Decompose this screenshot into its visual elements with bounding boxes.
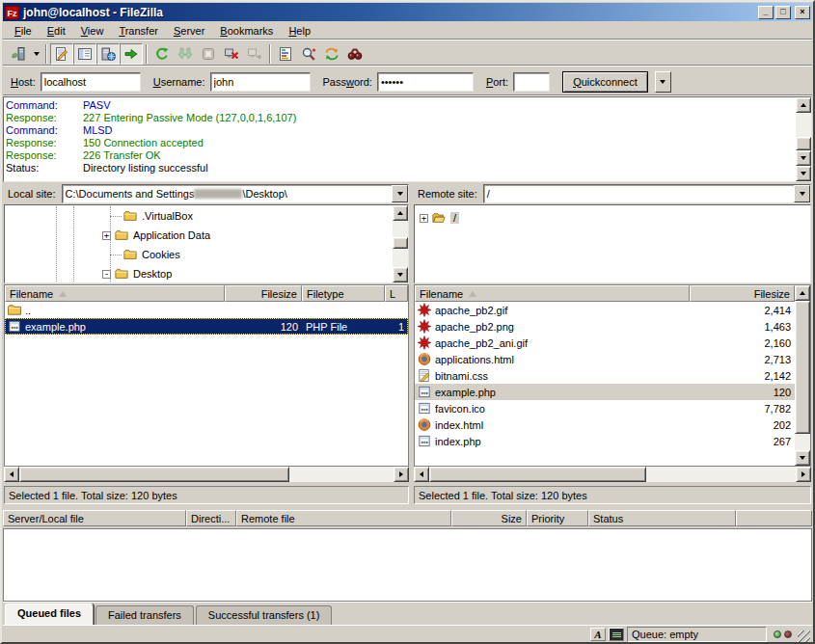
site-manager-icon[interactable]	[7, 43, 30, 65]
column-header-priority[interactable]: Priority	[527, 510, 588, 526]
host-label: Host:	[11, 76, 36, 88]
file-row-example-php[interactable]: example.php 120	[415, 384, 795, 400]
file-row-parent-dir[interactable]: ..	[5, 302, 408, 318]
synchronized-browsing-icon[interactable]	[320, 43, 343, 65]
column-header-size[interactable]: Size	[451, 510, 527, 526]
remote-site-combo[interactable]: /	[483, 184, 811, 203]
close-button[interactable]: ×	[795, 6, 810, 19]
column-header-server-local-file[interactable]: Server/Local file	[3, 510, 186, 526]
site-manager-dropdown-icon[interactable]	[30, 43, 42, 65]
scroll-right-icon[interactable]	[796, 467, 811, 482]
file-row-example-php[interactable]: example.php 120 PHP File 1	[5, 318, 408, 335]
host-input[interactable]	[41, 72, 141, 92]
menu-file[interactable]: File	[7, 23, 40, 39]
file-row[interactable]: index.php 267	[415, 433, 795, 449]
tree-item-virtualbox[interactable]: .VirtualBox	[110, 206, 193, 226]
directory-filters-icon[interactable]	[274, 43, 297, 65]
expand-icon[interactable]: +	[420, 214, 428, 223]
local-site-combo[interactable]: C:\Documents and Settings\Desktop\	[62, 184, 409, 203]
column-header-filename[interactable]: Filename	[415, 285, 690, 302]
scroll-down-icon[interactable]	[796, 150, 811, 166]
directory-trees-section: Local site: C:\Documents and Settings\De…	[3, 183, 812, 283]
process-queue-icon[interactable]	[174, 43, 197, 65]
scroll-thumb[interactable]	[393, 237, 408, 249]
menu-edit[interactable]: Edit	[40, 23, 73, 39]
collapse-icon[interactable]: -	[102, 270, 111, 279]
remote-list-scrollbar[interactable]	[795, 285, 810, 466]
column-header-status[interactable]: Status	[588, 510, 736, 526]
combo-dropdown-icon[interactable]	[794, 185, 810, 202]
column-header-direction[interactable]: Directi...	[186, 510, 236, 526]
resize-grip[interactable]	[798, 631, 810, 643]
tree-item-cookies[interactable]: Cookies	[110, 245, 180, 264]
tree-item-application-data[interactable]: + Application Data	[102, 226, 210, 245]
local-tree-scrollbar[interactable]	[393, 205, 408, 282]
scroll-up-icon[interactable]	[796, 97, 811, 113]
reconnect-icon[interactable]	[243, 43, 266, 65]
username-input[interactable]	[210, 72, 311, 92]
file-row[interactable]: bitnami.css 2,142	[415, 367, 795, 384]
scroll-left-icon[interactable]	[414, 467, 429, 482]
file-row[interactable]: apache_pb2_ani.gif 2,160	[415, 335, 795, 351]
toggle-message-log-icon[interactable]	[50, 43, 73, 65]
file-row[interactable]: apache_pb2.gif 2,414	[415, 302, 795, 318]
compare-directories-icon[interactable]	[297, 43, 320, 65]
local-list-hscrollbar[interactable]	[4, 467, 409, 482]
menu-bookmarks[interactable]: Bookmarks	[212, 23, 281, 39]
scroll-up-icon[interactable]	[795, 285, 810, 301]
scroll-down-icon[interactable]	[393, 267, 408, 282]
tree-item-desktop[interactable]: - Desktop	[102, 264, 172, 283]
column-header-lastmodified[interactable]: L	[385, 285, 408, 302]
toggle-transfer-queue-icon[interactable]	[120, 43, 143, 65]
column-header-filesize[interactable]: Filesize	[690, 285, 795, 302]
scroll-thumb[interactable]	[429, 467, 646, 482]
title-bar[interactable]: Fz john@localhost - FileZilla _ □ ×	[3, 3, 812, 21]
quickconnect-button[interactable]: Quickconnect	[562, 71, 648, 93]
scroll-left-icon[interactable]	[4, 467, 19, 482]
remote-list-hscrollbar[interactable]	[414, 467, 811, 482]
menu-view[interactable]: View	[73, 23, 112, 39]
menu-transfer[interactable]: Transfer	[111, 23, 166, 39]
data-type-icon[interactable]: A	[590, 628, 606, 641]
column-header-filesize[interactable]: Filesize	[225, 285, 302, 302]
column-header-filename[interactable]: Filename	[5, 285, 225, 302]
speed-limit-icon[interactable]	[609, 628, 624, 641]
queue-list[interactable]	[3, 528, 812, 602]
css-file-icon	[417, 368, 432, 383]
quickconnect-dropdown-icon[interactable]	[655, 71, 671, 93]
toggle-local-tree-icon[interactable]	[73, 43, 96, 65]
generic-file-icon	[417, 385, 432, 399]
minimize-button[interactable]: _	[758, 6, 774, 19]
log-scrollbar[interactable]	[796, 97, 811, 181]
column-header-filetype[interactable]: Filetype	[302, 285, 385, 302]
find-files-icon[interactable]	[343, 43, 367, 65]
scroll-thumb[interactable]	[795, 301, 810, 434]
password-input[interactable]	[377, 72, 474, 92]
file-row[interactable]: index.html 202	[415, 416, 795, 433]
tab-successful-transfers[interactable]: Successful transfers (1)	[196, 605, 333, 625]
port-input[interactable]	[513, 72, 550, 92]
refresh-icon[interactable]	[150, 43, 174, 65]
maximize-button[interactable]: □	[775, 6, 791, 19]
cancel-operation-icon[interactable]	[197, 43, 220, 65]
tab-failed-transfers[interactable]: Failed transfers	[95, 605, 194, 625]
scroll-right-icon[interactable]	[394, 467, 409, 482]
expand-icon[interactable]: +	[102, 231, 111, 240]
file-row[interactable]: apache_pb2.png 1,463	[415, 318, 795, 335]
scroll-down-icon[interactable]	[796, 166, 811, 181]
file-row[interactable]: favicon.ico 7,782	[415, 400, 795, 416]
scroll-thumb[interactable]	[19, 467, 289, 482]
scroll-thumb[interactable]	[796, 137, 811, 150]
disconnect-icon[interactable]	[220, 43, 243, 65]
tab-queued-files[interactable]: Queued files	[5, 604, 94, 625]
scroll-down-icon[interactable]	[795, 450, 810, 466]
menu-server[interactable]: Server	[166, 23, 212, 39]
scroll-up-icon[interactable]	[393, 205, 408, 221]
local-site-label: Local site:	[4, 188, 62, 200]
file-row[interactable]: applications.html 2,713	[415, 351, 795, 367]
column-header-remote-file[interactable]: Remote file	[236, 510, 451, 526]
toggle-remote-tree-icon[interactable]	[96, 43, 120, 65]
combo-dropdown-icon[interactable]	[392, 185, 408, 202]
menu-help[interactable]: Help	[281, 23, 318, 39]
tree-item-root[interactable]: + /	[420, 208, 459, 228]
